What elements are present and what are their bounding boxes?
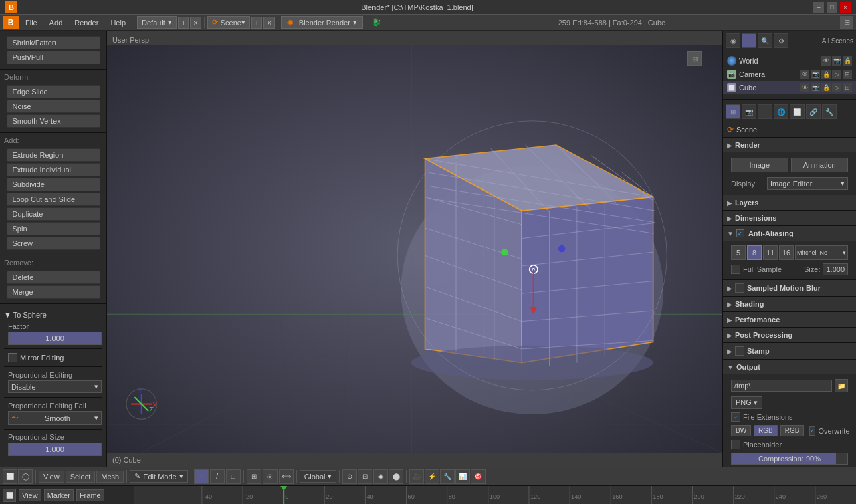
overlay-btn-2[interactable]: ⚡ xyxy=(425,469,439,484)
scene-remove[interactable]: × xyxy=(263,17,274,29)
props-world-tab[interactable]: 🌐 xyxy=(774,104,788,119)
props-constraints-tab[interactable]: 🔗 xyxy=(806,104,821,119)
props-scene-tab[interactable]: ⊞ xyxy=(726,104,740,119)
aa-size-value[interactable]: 1.000 xyxy=(823,263,848,275)
play-btn[interactable]: View xyxy=(19,489,41,501)
scene-add[interactable]: + xyxy=(251,17,262,29)
camera-extra2[interactable]: ⊞ xyxy=(843,70,852,79)
dimensions-header[interactable]: ▶ Dimensions xyxy=(723,211,856,225)
stamp-header[interactable]: ▶ Stamp xyxy=(723,343,856,359)
noise-button[interactable]: Noise xyxy=(7,100,100,113)
output-header[interactable]: ▼ Output xyxy=(723,360,856,374)
close-button[interactable]: × xyxy=(840,2,851,13)
rgba-button[interactable]: RGB xyxy=(780,425,805,436)
mode-icon-2[interactable]: ◯ xyxy=(18,469,33,484)
cube-render[interactable]: 📷 xyxy=(811,83,820,92)
proportional-size-slider[interactable]: 1.000 xyxy=(8,443,102,456)
maximize-viewport-icon[interactable]: ⊞ xyxy=(840,16,853,29)
overlay-btn-1[interactable]: 🎥 xyxy=(409,469,424,484)
mirror-btn[interactable]: ⟺ xyxy=(279,469,294,484)
extrude-region-button[interactable]: Extrude Region xyxy=(7,148,100,162)
viewport[interactable]: User Persp xyxy=(107,31,722,467)
merge-button[interactable]: Merge xyxy=(7,285,100,299)
aa-8-button[interactable]: 8 xyxy=(747,245,762,260)
help-menu[interactable]: Help xyxy=(105,17,131,28)
cube-extra2[interactable]: ⊞ xyxy=(843,83,852,92)
overlay-btn-4[interactable]: 📊 xyxy=(455,469,470,484)
camera-visibility[interactable]: 👁 xyxy=(800,70,809,79)
frame-btn[interactable]: Frame xyxy=(76,489,104,501)
to-sphere-title[interactable]: ▼ To Sphere xyxy=(4,309,102,321)
aa-checkbox[interactable]: ✓ xyxy=(736,229,744,237)
placeholder-checkbox[interactable]: ✓ xyxy=(731,440,740,449)
extrude-individual-button[interactable]: Extrude Individual xyxy=(7,163,100,176)
screen-add-icon[interactable]: + xyxy=(178,17,189,29)
outliner-item-cube[interactable]: ⬜ Cube 👁 📷 🔒 ▷ ⊞ xyxy=(723,81,856,94)
bw-button[interactable]: BW xyxy=(731,425,751,436)
outliner-filter-btn[interactable]: ⚙ xyxy=(774,33,788,48)
props-modifier-tab[interactable]: 🔧 xyxy=(822,104,837,119)
scene-selector[interactable]: ⟳ Scene ▾ xyxy=(207,16,250,29)
proportional-fall-select[interactable]: 〜 Smooth ▾ xyxy=(8,411,102,425)
view-menu-btn[interactable]: View xyxy=(39,471,64,483)
format-select[interactable]: PNG ▾ xyxy=(731,396,762,409)
smooth-vertex-button[interactable]: Smooth Vertex xyxy=(7,114,100,128)
overlay-btn-5[interactable]: 🎯 xyxy=(471,469,486,484)
aa-header[interactable]: ▼ ✓ Anti-Aliasing xyxy=(723,226,856,241)
props-object-tab[interactable]: ⬜ xyxy=(790,104,805,119)
spin-button[interactable]: Spin xyxy=(7,222,100,235)
post-processing-header[interactable]: ▶ Post Processing xyxy=(723,328,856,342)
mesh-menu-btn[interactable]: Mesh xyxy=(96,471,124,483)
output-path-input[interactable]: /tmp\ xyxy=(731,380,832,392)
wire-shading-btn[interactable]: ⊡ xyxy=(358,469,372,484)
rendered-shading-btn[interactable]: ⬤ xyxy=(389,469,403,484)
overwrite-checkbox[interactable]: ✓ xyxy=(809,426,815,436)
rgb-button[interactable]: RGB xyxy=(754,425,778,436)
render-engine-selector[interactable]: ◉ Blender Render ▾ xyxy=(281,16,363,29)
proportional-btn[interactable]: ◎ xyxy=(263,469,278,484)
aa-11-button[interactable]: 11 xyxy=(763,245,778,260)
file-extensions-checkbox[interactable]: ✓ xyxy=(731,412,740,422)
camera-render[interactable]: 📷 xyxy=(811,70,820,79)
marker-btn[interactable]: Marker xyxy=(44,489,74,501)
shrink-flatten-button[interactable]: Shrink/Fatten xyxy=(7,36,100,49)
overlay-btn-3[interactable]: 🔧 xyxy=(440,469,455,484)
transform-orientation-select[interactable]: Global ▾ xyxy=(300,470,337,483)
outliner-view-btn[interactable]: ◉ xyxy=(726,33,740,48)
outliner-list-btn[interactable]: ☰ xyxy=(742,33,756,48)
aa-5-button[interactable]: 5 xyxy=(731,245,746,260)
screen-remove-icon[interactable]: × xyxy=(190,17,201,29)
animation-render-button[interactable]: Animation xyxy=(791,158,849,172)
subdivide-button[interactable]: Subdivide xyxy=(7,178,100,191)
outliner-item-world[interactable]: World 👁 📷 🔒 xyxy=(723,54,856,68)
add-menu[interactable]: Add xyxy=(44,17,68,28)
timeline-toggle[interactable]: ⬜ xyxy=(3,489,16,502)
mirror-editing-checkbox[interactable] xyxy=(8,353,17,362)
solid-shading-btn[interactable]: ⊙ xyxy=(342,469,357,484)
image-render-button[interactable]: Image xyxy=(731,158,788,172)
select-menu-btn[interactable]: Select xyxy=(66,471,96,483)
minimize-button[interactable]: – xyxy=(813,2,824,13)
face-select-btn[interactable]: □ xyxy=(226,469,241,484)
maximize-button[interactable]: □ xyxy=(827,2,837,13)
delete-button[interactable]: Delete xyxy=(7,271,100,284)
world-visibility[interactable]: 👁 xyxy=(821,56,831,66)
file-menu[interactable]: File xyxy=(20,17,43,28)
aa-16-button[interactable]: 16 xyxy=(779,245,794,260)
loop-cut-slide-button[interactable]: Loop Cut and Slide xyxy=(7,193,100,206)
edge-select-btn[interactable]: / xyxy=(210,469,225,484)
cube-extra1[interactable]: ▷ xyxy=(832,83,841,92)
factor-slider[interactable]: 1.000 xyxy=(8,332,102,345)
aa-filter-select[interactable]: Mitchell-Ne ▾ xyxy=(795,245,848,260)
push-pull-button[interactable]: Push/Pull xyxy=(7,51,100,64)
duplicate-button[interactable]: Duplicate xyxy=(7,207,100,221)
layers-header[interactable]: ▶ Layers xyxy=(723,195,856,210)
vertex-select-btn[interactable]: · xyxy=(194,469,209,484)
screw-button[interactable]: Screw xyxy=(7,237,100,250)
screen-layout-selector[interactable]: Default ▾ xyxy=(137,16,177,29)
display-select[interactable]: Image Editor ▾ xyxy=(767,177,848,190)
props-render-tab[interactable]: 📷 xyxy=(742,104,756,119)
cube-visibility[interactable]: 👁 xyxy=(800,83,809,92)
cube-lock[interactable]: 🔒 xyxy=(821,83,831,92)
timeline-ruler[interactable]: ⬜ View Marker Frame -40 -20 0 20 40 60 xyxy=(0,486,856,504)
